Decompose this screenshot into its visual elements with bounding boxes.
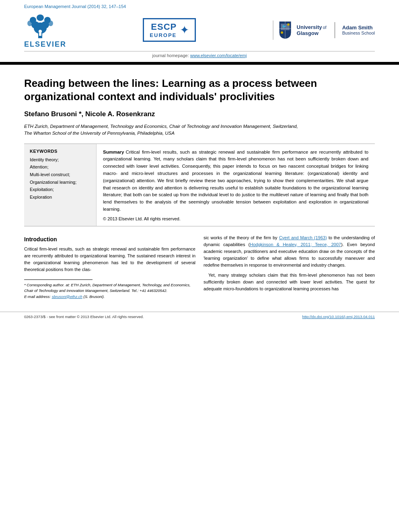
- escp-star-icon: ✦: [180, 23, 189, 37]
- keywords-list: Identity theory; Attention; Multi-level …: [30, 156, 90, 201]
- keywords-title: KEYWORDS: [30, 149, 90, 154]
- footnote-email[interactable]: sbrusoni@ethz.ch: [52, 294, 82, 299]
- glasgow-shield-icon: 🐦: [278, 21, 293, 40]
- intro-left-p1: Critical firm-level results, such as str…: [24, 246, 195, 273]
- elsevier-tree-icon: [24, 11, 56, 39]
- svg-point-8: [48, 21, 53, 26]
- adam-smith-label: Adam Smith: [342, 25, 375, 31]
- keyword-5: Exploitation;: [30, 186, 90, 193]
- business-school-label: Business School: [342, 31, 375, 35]
- footnote-star: * Corresponding author. at: ETH Zurich, …: [24, 282, 195, 300]
- logo-divider: [335, 22, 335, 38]
- glasgow-name-label: Glasgow: [297, 30, 327, 36]
- glasgow-text-block: University of Glasgow: [297, 24, 327, 36]
- affiliation-2: The Wharton School of the University of …: [24, 130, 375, 137]
- svg-rect-10: [39, 33, 41, 36]
- svg-point-16: [281, 31, 283, 34]
- escp-logo: ESCP EUROPE ✦: [143, 18, 196, 42]
- escp-box: ESCP EUROPE ✦: [143, 18, 196, 42]
- svg-point-9: [39, 30, 42, 33]
- abstract-body: Critical firm-level results, such as str…: [103, 150, 368, 212]
- escp-sub-text: EUROPE: [150, 32, 177, 38]
- keyword-4: Organizational learning;: [30, 179, 90, 186]
- glasgow-logo: 🐦 University of Glasgow Adam Smith Busin…: [273, 21, 375, 40]
- abstract-section: KEYWORDS Identity theory; Attention; Mul…: [24, 144, 375, 226]
- copyright-notice: © 2013 Elsevier Ltd. All rights reserved…: [103, 216, 368, 221]
- journal-ref: European Management Journal (2014) 32, 1…: [24, 4, 375, 9]
- issn-notice: 0263-2373/$ - see front matter © 2013 El…: [24, 314, 144, 319]
- body-col-left: Introduction Critical firm-level results…: [24, 234, 195, 300]
- of-label: of: [323, 25, 326, 30]
- affiliation-1: ETH Zurich, Department of Management, Te…: [24, 123, 375, 130]
- ref-hodgkinson[interactable]: Hodgkinson & Healey, 2011; Teece, 2007: [250, 242, 341, 247]
- footnote-email-suffix: (S. Brusoni).: [83, 294, 105, 299]
- keyword-3: Multi-level construct;: [30, 171, 90, 179]
- university-label: University: [297, 24, 322, 30]
- authors: Stefano Brusoni *, Nicole A. Rosenkranz: [24, 110, 375, 118]
- page: European Management Journal (2014) 32, 1…: [0, 0, 399, 532]
- doi-link[interactable]: http://dx.doi.org/10.1016/j.emj.2013.04.…: [302, 314, 375, 319]
- affiliations: ETH Zurich, Department of Management, Te…: [24, 123, 375, 137]
- journal-header: European Management Journal (2014) 32, 1…: [0, 0, 399, 63]
- homepage-url[interactable]: www.elsevier.com/locate/emj: [190, 53, 247, 58]
- footnote-star-text: * Corresponding author. at: ETH Zurich, …: [24, 283, 191, 293]
- abstract-text: SummaryCritical firm-level results, such…: [103, 149, 368, 213]
- body-col-right: sic works of the theory of the firm by C…: [204, 234, 375, 300]
- footnote-divider: [24, 279, 93, 280]
- adam-smith-block: Adam Smith Business School: [342, 25, 375, 35]
- logos-row: ELSEVIER ESCP EUROPE ✦: [24, 11, 375, 49]
- main-content: Reading between the lines: Learning as a…: [0, 65, 399, 308]
- svg-point-6: [37, 14, 44, 21]
- body-columns: Introduction Critical firm-level results…: [24, 234, 375, 300]
- keyword-1: Identity theory;: [30, 156, 90, 164]
- svg-text:🐦: 🐦: [282, 24, 287, 29]
- svg-point-17: [287, 23, 290, 26]
- ref-cyert-march[interactable]: Cyert and March (1963): [279, 235, 327, 240]
- abstract-column: SummaryCritical firm-level results, such…: [97, 144, 375, 226]
- abstract-label: Summary: [103, 150, 124, 154]
- homepage-label: journal homepage:: [152, 53, 189, 58]
- escp-text-block: ESCP EUROPE: [150, 22, 177, 38]
- intro-right-p1: sic works of the theory of the firm by C…: [204, 234, 375, 269]
- article-title: Reading between the lines: Learning as a…: [24, 77, 375, 103]
- intro-right-p2: Yet, many strategy scholars claim that t…: [204, 272, 375, 292]
- journal-homepage: journal homepage: www.elsevier.com/locat…: [24, 51, 375, 60]
- keyword-2: Attention;: [30, 163, 90, 171]
- elsevier-logo: ELSEVIER: [24, 11, 66, 49]
- svg-point-7: [27, 21, 32, 26]
- elsevier-brand-text: ELSEVIER: [24, 40, 66, 49]
- escp-main-text: ESCP: [151, 22, 177, 32]
- introduction-title: Introduction: [24, 236, 195, 242]
- keyword-6: Exploration: [30, 193, 90, 201]
- bottom-bar: 0263-2373/$ - see front matter © 2013 El…: [0, 312, 399, 321]
- footnote-email-label: E-mail address:: [24, 294, 51, 299]
- keywords-column: KEYWORDS Identity theory; Attention; Mul…: [24, 144, 97, 226]
